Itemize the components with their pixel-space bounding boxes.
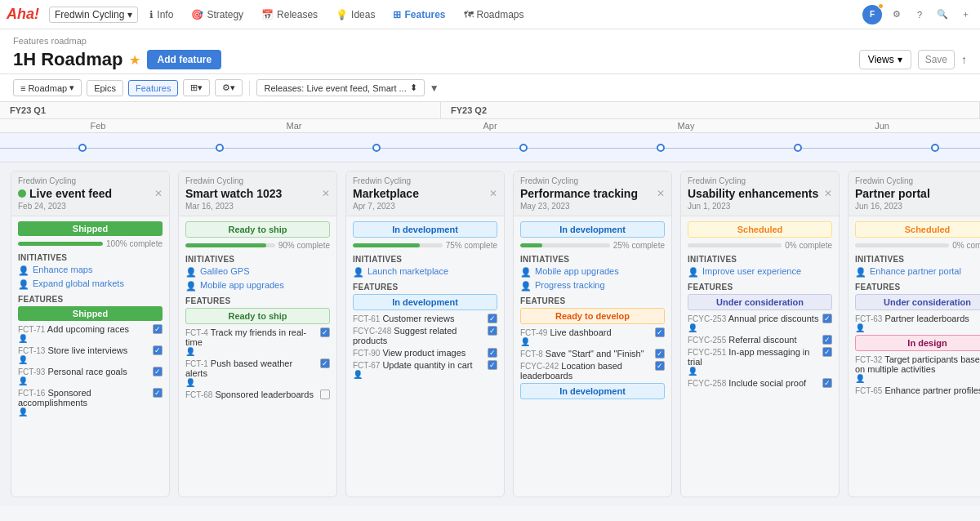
feature-checkbox[interactable] [153, 345, 163, 355]
initiative-item[interactable]: 👤Launch marketplace [353, 266, 497, 278]
features-button[interactable]: Features [128, 80, 178, 96]
initiative-label: Progress tracking [535, 280, 605, 290]
roadmap-button[interactable]: ≡ Roadmap ▾ [13, 79, 82, 96]
feature-checkbox[interactable] [488, 326, 497, 336]
close-icon[interactable]: ✕ [824, 188, 832, 199]
releases-filter[interactable]: Releases: Live event feed, Smart ... ⬍ [256, 79, 424, 96]
product-name: Fredwin Cycling [55, 9, 124, 20]
feature-checkbox[interactable] [655, 349, 665, 358]
tab-releases[interactable]: 📅Releases [253, 6, 326, 24]
chevron-icon: ⬍ [410, 82, 417, 93]
feature-checkbox[interactable] [488, 360, 497, 370]
col-header: Fredwin Cycling Smart watch 1023 Mar 16,… [179, 171, 336, 216]
close-icon[interactable]: ✕ [154, 188, 163, 199]
feature-item: FCT-4 Track my friends in real-time 👤 [185, 327, 330, 356]
favorite-star-icon[interactable]: ★ [129, 52, 140, 68]
feature-label: Annual price discounts [728, 314, 819, 323]
chevron-down-icon: ▾ [898, 54, 902, 65]
feature-checkbox[interactable] [655, 327, 665, 337]
roadmap-label: Roadmap [28, 83, 67, 93]
product-selector[interactable]: Fredwin Cycling ▾ [49, 7, 138, 23]
grid-button[interactable]: ⊞▾ [183, 79, 210, 96]
tab-roadmaps[interactable]: 🗺Roadmaps [456, 6, 532, 24]
feature-people-icon: 👤 [855, 374, 980, 383]
close-icon[interactable]: ✕ [657, 188, 665, 199]
feature-checkbox[interactable] [320, 327, 330, 337]
initiative-item[interactable]: 👤Galileo GPS [185, 266, 330, 278]
section-status-badge: Ready to ship [185, 308, 330, 324]
feature-checkbox[interactable] [822, 314, 832, 323]
initiative-item[interactable]: 👤Mobile app upgrades [520, 266, 665, 278]
top-nav: Aha! Fredwin Cycling ▾ ℹInfo 🎯Strategy 📅… [0, 0, 980, 29]
feature-checkbox[interactable] [153, 324, 163, 334]
feature-checkbox[interactable] [488, 348, 497, 358]
feature-checkbox[interactable] [320, 358, 330, 368]
col-body: Ready to ship 90% complete Initiatives👤G… [179, 216, 336, 407]
feature-id: FCT-68 [185, 390, 212, 399]
initiative-label: Galileo GPS [200, 266, 250, 276]
timeline-track [0, 133, 980, 163]
initiative-item[interactable]: 👤Progress tracking [520, 280, 665, 292]
kanban-board: Fredwin Cycling Live event feed Feb 24, … [0, 163, 980, 505]
initiative-item[interactable]: 👤Improve user experience [688, 266, 832, 278]
views-button[interactable]: Views▾ [859, 50, 911, 69]
initiative-item[interactable]: 👤Enhance maps [18, 265, 163, 276]
initiative-item[interactable]: 👤Enhance partner portal [855, 266, 980, 278]
avatar[interactable]: F [862, 5, 882, 24]
save-button[interactable]: Save [918, 50, 955, 69]
section-status-badge: Under consideration [855, 294, 980, 310]
feature-people-icon: 👤 [185, 378, 317, 387]
initiative-label: Enhance partner portal [870, 266, 961, 276]
tab-strategy[interactable]: 🎯Strategy [183, 6, 252, 24]
add-feature-button[interactable]: Add feature [147, 50, 221, 69]
col-company: Fredwin Cycling [353, 176, 489, 185]
feature-id: FCT-63 [855, 314, 882, 323]
section-status-badge: In design [855, 335, 980, 351]
feature-checkbox[interactable] [153, 388, 163, 398]
help-icon[interactable]: ? [911, 7, 928, 23]
col-header: Fredwin Cycling Performance tracking May… [514, 171, 671, 216]
feature-checkbox[interactable] [320, 390, 330, 399]
feature-item: FCT-61 Customer reviews [353, 314, 497, 323]
filter-icon[interactable]: ▼ [430, 82, 439, 94]
status-badge: In development [520, 221, 665, 238]
feature-people-icon: 👤 [688, 323, 819, 332]
close-icon[interactable]: ✕ [489, 188, 497, 199]
feature-people-icon: 👤 [18, 334, 149, 343]
settings-icon[interactable]: ⚙ [889, 7, 905, 23]
initiative-item[interactable]: 👤Expand global markets [18, 278, 163, 290]
progress-text: 25% complete [613, 241, 665, 250]
add-icon[interactable]: ＋ [957, 7, 973, 23]
col-date: Apr 7, 2023 [353, 202, 489, 211]
initiative-icon: 👤 [855, 267, 866, 278]
search-icon[interactable]: 🔍 [934, 7, 951, 23]
tab-features[interactable]: ⊞Features [385, 6, 453, 24]
initiative-item[interactable]: 👤Mobile app upgrades [185, 280, 330, 292]
feature-people-icon: 👤 [18, 407, 149, 416]
tab-ideas[interactable]: 💡Ideas [327, 6, 383, 24]
initiatives-label: Initiatives [855, 255, 980, 264]
feature-checkbox[interactable] [822, 335, 832, 345]
tab-info[interactable]: ℹInfo [141, 6, 181, 24]
col-company: Fredwin Cycling [520, 176, 657, 185]
feature-label: Personal race goals [47, 367, 127, 376]
feature-checkbox[interactable] [822, 347, 832, 357]
feature-checkbox[interactable] [822, 378, 832, 388]
col-header: Fredwin Cycling Partner portal Jun 16, 2… [849, 171, 980, 216]
settings-filter-button[interactable]: ⚙▾ [215, 79, 243, 96]
share-icon[interactable]: ↑ [961, 53, 967, 66]
epics-button[interactable]: Epics [87, 80, 123, 96]
feature-item: FCT-90 View product images [353, 348, 497, 358]
feature-label: Save "Start" and "Finish" [546, 349, 644, 358]
close-icon[interactable]: ✕ [322, 188, 330, 199]
feature-checkbox[interactable] [655, 361, 665, 371]
feature-id: FCYC-255 [688, 336, 726, 345]
feature-checkbox[interactable] [488, 314, 497, 323]
status-badge: Ready to ship [185, 221, 330, 238]
feature-checkbox[interactable] [153, 367, 163, 376]
feature-id: FCT-90 [353, 349, 380, 358]
feature-id: FCT-8 [520, 350, 543, 358]
aha-logo[interactable]: Aha! [7, 6, 39, 23]
initiative-label: Improve user experience [702, 266, 801, 276]
col-title: Marketplace [353, 187, 489, 200]
